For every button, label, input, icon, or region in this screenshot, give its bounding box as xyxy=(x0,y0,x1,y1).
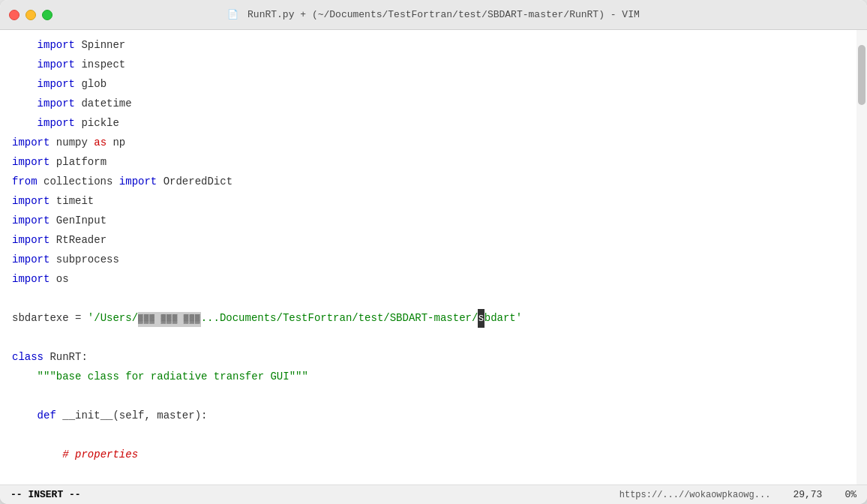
scroll-percent: 0% xyxy=(844,489,856,500)
title-text: RunRT.py + (~/Documents/TestFortran/test… xyxy=(248,9,640,20)
minimize-button[interactable] xyxy=(26,10,36,20)
status-right: https://...//wokaowpkaowg... 29,73 0% xyxy=(620,489,856,500)
cursor-position: 29,73 xyxy=(793,489,822,500)
code-line: import timeit xyxy=(0,192,855,212)
code-line xyxy=(0,290,855,309)
file-icon: 📄 xyxy=(227,10,238,20)
traffic-lights xyxy=(9,10,52,20)
code-container[interactable]: import Spinner import inspect import glo… xyxy=(0,30,867,484)
code-line: import pickle xyxy=(0,114,855,134)
code-line: import Spinner xyxy=(0,36,855,56)
close-button[interactable] xyxy=(9,10,20,20)
status-url: https://...//wokaowpkaowg... xyxy=(620,490,771,500)
code-line xyxy=(0,328,855,348)
insert-mode-indicator: -- INSERT -- xyxy=(10,489,81,500)
scrollbar-thumb[interactable] xyxy=(858,45,866,105)
code-line: import inspect xyxy=(0,56,855,75)
code-line: from collections import OrderedDict xyxy=(0,172,855,192)
maximize-button[interactable] xyxy=(42,10,52,20)
titlebar: 📄 RunRT.py + (~/Documents/TestFortran/te… xyxy=(0,0,867,30)
code-line: import numpy as np xyxy=(0,134,855,153)
code-line: import datetime xyxy=(0,94,855,114)
code-line xyxy=(0,426,855,446)
code-line: def __init__(self, master): xyxy=(0,406,855,426)
cursor: s xyxy=(478,309,484,328)
code-line: """base class for radiative transfer GUI… xyxy=(0,368,855,387)
scrollbar[interactable] xyxy=(856,30,867,484)
code-line: import platform xyxy=(0,153,855,172)
window-title: 📄 RunRT.py + (~/Documents/TestFortran/te… xyxy=(227,9,640,20)
code-line: import GenInput xyxy=(0,212,855,231)
code-line: class RunRT: xyxy=(0,348,855,368)
code-line xyxy=(0,387,855,406)
code-line: # properties xyxy=(0,446,855,465)
code-line: import RtReader xyxy=(0,231,855,250)
code-line: import os xyxy=(0,270,855,290)
vim-window: 📄 RunRT.py + (~/Documents/TestFortran/te… xyxy=(0,0,867,504)
code-line: import subprocess xyxy=(0,250,855,270)
statusbar: -- INSERT -- https://...//wokaowpkaowg..… xyxy=(0,484,867,504)
code-line: import glob xyxy=(0,75,855,94)
code-line: sbdartexe = '/Users/▓▓▓ ▓▓▓ ▓▓▓...Docume… xyxy=(0,309,855,328)
editor-area[interactable]: import Spinner import inspect import glo… xyxy=(0,30,867,484)
